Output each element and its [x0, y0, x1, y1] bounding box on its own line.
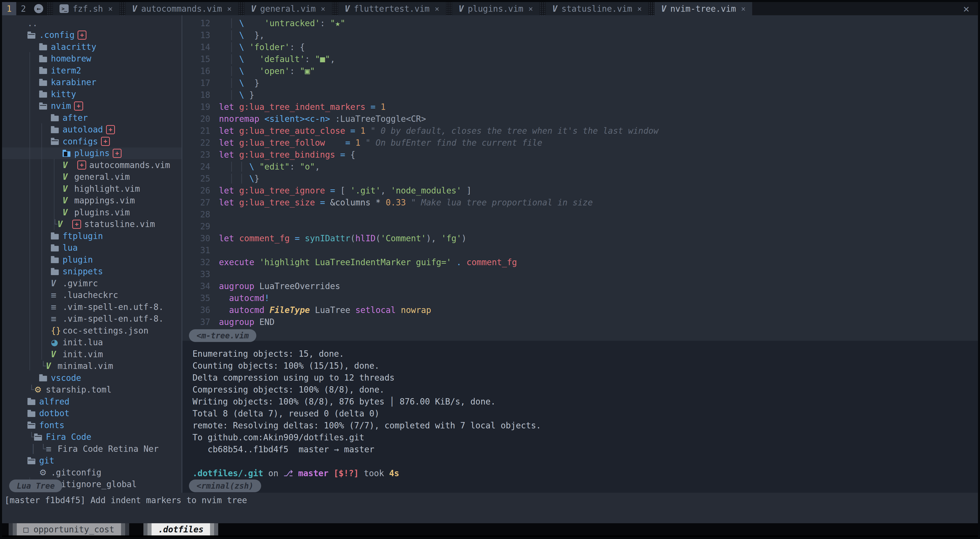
- code-line-33[interactable]: 33: [182, 269, 978, 281]
- code-line-37[interactable]: 37augroup END: [182, 317, 978, 329]
- tree-item-.vim-spell-en.utf-8.[interactable]: ≡.vim-spell-en.utf-8.: [2, 301, 181, 313]
- code-line-13[interactable]: 13 │ \ },: [182, 30, 978, 42]
- list-icon: ≡: [51, 302, 62, 312]
- tree-item-snippets[interactable]: snippets: [2, 266, 181, 278]
- tab-close-icon[interactable]: ×: [108, 4, 113, 13]
- tab-close-icon[interactable]: ×: [637, 4, 642, 13]
- vim-icon: V: [132, 4, 137, 14]
- tree-item-autoload[interactable]: autoload+: [2, 124, 181, 136]
- terminal-pane[interactable]: Enumerating objects: 15, done.Counting o…: [182, 341, 978, 501]
- prompt-cursor-line[interactable]: ❯: [182, 480, 978, 492]
- code-line-17[interactable]: 17 │ \ }: [182, 78, 978, 90]
- tree-item-vscode[interactable]: vscode: [2, 372, 181, 384]
- tree-item-mappings.vim[interactable]: Vmappings.vim: [2, 195, 181, 207]
- tree-item-..[interactable]: ..: [2, 17, 181, 29]
- tree-item-general.vim[interactable]: Vgeneral.vim: [2, 171, 181, 183]
- code-line-14[interactable]: 14 │ \ 'folder': {: [182, 42, 978, 54]
- editor-pane[interactable]: 12 │ \ 'untracked': "★"13 │ \ },14 │ \ '…: [182, 15, 978, 344]
- vim-icon: V: [46, 361, 57, 371]
- tree-item-iterm2[interactable]: iterm2: [2, 65, 181, 76]
- tree-item-dotbot[interactable]: dotbot: [2, 407, 181, 420]
- code-line-23[interactable]: 23let g:lua_tree_bindings = {: [182, 150, 978, 162]
- tree-item-kitty[interactable]: kitty: [2, 88, 181, 100]
- code-line-21[interactable]: 21let g:lua_tree_auto_close = 1 " 0 by d…: [182, 126, 978, 138]
- tree-item-init.lua[interactable]: ◕init.lua: [2, 337, 181, 348]
- tree-item-ftplugin[interactable]: ftplugin: [2, 230, 181, 242]
- tree-item-.config[interactable]: .config+: [2, 29, 181, 41]
- code-line-32[interactable]: 32execute 'highlight LuaTreeIndentMarker…: [182, 257, 978, 269]
- code-line-12[interactable]: 12 │ \ 'untracked': "★": [182, 18, 978, 30]
- back-icon[interactable]: ←: [34, 4, 43, 13]
- code-line-15[interactable]: 15 │ \ 'default': "■",: [182, 54, 978, 66]
- code-line-25[interactable]: 25 │ │ \}: [182, 174, 978, 186]
- tmux-window-2[interactable]: .dotfiles: [143, 523, 218, 536]
- tree-item-plugins.vim[interactable]: Vplugins.vim: [2, 207, 181, 218]
- code-line-24[interactable]: 24 │ │ \ "edit": "o",: [182, 162, 978, 174]
- tree-item-starship.toml[interactable]: └ ⚙starship.toml: [2, 384, 181, 396]
- tree-item-fonts[interactable]: fonts: [2, 419, 181, 431]
- tab-close-icon[interactable]: ×: [321, 4, 326, 13]
- tree-item-minimal.vim[interactable]: └ Vminimal.vim: [2, 360, 181, 372]
- file-tree-panel[interactable]: ...config+alacrittyhomebrewiterm2karabin…: [2, 15, 181, 493]
- code-line-34[interactable]: 34augroup LuaTreeOverrides: [182, 281, 978, 293]
- tree-item-after[interactable]: after: [2, 112, 181, 124]
- tab-number-1[interactable]: 1: [2, 2, 16, 15]
- tree-item-plugins[interactable]: plugins+: [2, 148, 181, 159]
- back-icon-wrap: ←: [30, 2, 47, 15]
- tab-close-icon[interactable]: ×: [741, 4, 746, 13]
- code-line-16[interactable]: 16 │ \ 'open': "▣": [182, 66, 978, 78]
- code-line-35[interactable]: 35 autocmd!: [182, 293, 978, 305]
- tree-connector: └: [52, 219, 57, 229]
- code-line-30[interactable]: 30let comment_fg = synIDattr(hlID('Comme…: [182, 234, 978, 245]
- code-line-20[interactable]: 20nnoremap <silent><c-n> :LuaTreeToggle<…: [182, 114, 978, 126]
- tree-item-highlight.vim[interactable]: Vhighlight.vim: [2, 183, 181, 195]
- folder-icon: [51, 244, 62, 251]
- code-line-29[interactable]: 29: [182, 221, 978, 234]
- code-line-36[interactable]: 36 autocmd FileType LuaTree setlocal now…: [182, 305, 978, 317]
- code-line-26[interactable]: 26let g:lua_tree_ignore = [ '.git', 'nod…: [182, 186, 978, 197]
- tree-item-.vim-spell-en.utf-8.[interactable]: ≡.vim-spell-en.utf-8.: [2, 313, 181, 325]
- code-line-27[interactable]: 27let g:lua_tree_size = &columns * 0.33 …: [182, 197, 978, 210]
- tree-item-.luacheckrc[interactable]: ≡.luacheckrc: [2, 289, 181, 301]
- tree-item-.gitconfig[interactable]: ⚙.gitconfig: [2, 467, 181, 479]
- tmux-window-1[interactable]: □ opportunity_cost: [9, 523, 129, 536]
- tree-connector: │ └: [31, 444, 46, 454]
- tree-item-nvim[interactable]: nvim+: [2, 100, 181, 112]
- tree-item-configs[interactable]: configs+: [2, 135, 181, 148]
- tab-autocommands.vim[interactable]: Vautocommands.vim×: [126, 2, 238, 15]
- tree-item-git[interactable]: git: [2, 455, 181, 467]
- tree-item-.gvimrc[interactable]: V.gvimrc: [2, 277, 181, 289]
- tab-close-icon[interactable]: ×: [227, 4, 232, 13]
- tab-plugins.vim[interactable]: Vplugins.vim×: [452, 2, 539, 15]
- tree-item-statusline.vim[interactable]: └ V+statusline.vim: [2, 218, 181, 231]
- tree-item-homebrew[interactable]: homebrew: [2, 53, 181, 65]
- tab-nvim-tree.vim[interactable]: Vnvim-tree.vim×: [654, 2, 752, 15]
- close-all-icon[interactable]: ✕: [955, 2, 978, 15]
- tree-item-Fira-Code[interactable]: └ Fira Code: [2, 431, 181, 443]
- tab-separator: [238, 2, 244, 15]
- bottom-strip: [2, 536, 978, 537]
- tree-item-plugin[interactable]: plugin: [2, 254, 181, 266]
- tree-item-alacritty[interactable]: alacritty: [2, 41, 181, 53]
- code-line-28[interactable]: 28: [182, 210, 978, 221]
- tab-close-icon[interactable]: ×: [528, 4, 533, 13]
- tree-item-init.vim[interactable]: Vinit.vim: [2, 348, 181, 360]
- tree-item-coc-settings.json[interactable]: {}coc-settings.json: [2, 325, 181, 337]
- tab-fzf.sh[interactable]: >_fzf.sh×: [53, 2, 119, 15]
- tree-item-Fira-Code-Retina-Ner[interactable]: │ └ ≡Fira Code Retina Ner: [2, 443, 181, 455]
- tab-statusline.vim[interactable]: Vstatusline.vim×: [546, 2, 648, 15]
- tab-number-2[interactable]: 2: [16, 2, 30, 15]
- tree-item-lua[interactable]: lua: [2, 242, 181, 254]
- tab-fluttertest.vim[interactable]: Vfluttertest.vim×: [338, 2, 446, 15]
- tree-item-karabiner[interactable]: karabiner: [2, 76, 181, 89]
- tree-item-autocommands.vim[interactable]: V+autocommands.vim: [2, 159, 181, 171]
- shell-prompt: .dotfiles/.git on ⎇ master [$!?] took 4s: [182, 468, 978, 480]
- line-number: 29: [182, 221, 219, 234]
- code-line-19[interactable]: 19let g:lua_tree_indent_markers = 1: [182, 102, 978, 114]
- code-line-18[interactable]: 18 │ \ }: [182, 90, 978, 102]
- tree-item-alfred[interactable]: alfred: [2, 396, 181, 407]
- tab-close-icon[interactable]: ×: [434, 4, 439, 13]
- code-line-31[interactable]: 31: [182, 245, 978, 257]
- code-line-22[interactable]: 22let g:lua_tree_follow = 1 " On bufEnte…: [182, 138, 978, 150]
- tab-general.vim[interactable]: Vgeneral.vim×: [244, 2, 332, 15]
